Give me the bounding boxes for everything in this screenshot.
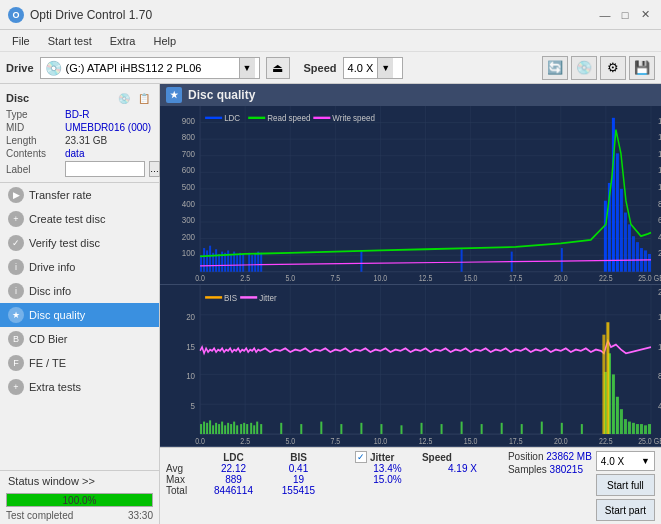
sidebar-item-disc-quality[interactable]: ★ Disc quality bbox=[0, 303, 159, 327]
svg-rect-131 bbox=[203, 421, 205, 433]
start-part-button[interactable]: Start part bbox=[596, 499, 655, 521]
disc-button[interactable]: 💿 bbox=[571, 56, 597, 80]
disc-mid-label: MID bbox=[6, 122, 61, 133]
position-samples: Position 23862 MB Samples 380215 bbox=[508, 451, 592, 475]
lower-chart-svg: 20 15 10 5 20% 16% 12% 8% 4% 0.0 2.5 5.0… bbox=[160, 285, 661, 446]
sidebar-item-label-fe-te: FE / TE bbox=[29, 357, 66, 369]
svg-rect-136 bbox=[218, 424, 220, 434]
svg-rect-144 bbox=[243, 422, 245, 433]
disc-panel-title: Disc bbox=[6, 92, 29, 104]
svg-text:Write speed: Write speed bbox=[332, 113, 375, 124]
svg-text:20.0: 20.0 bbox=[554, 436, 568, 446]
start-full-button[interactable]: Start full bbox=[596, 474, 655, 496]
status-text: Test completed bbox=[6, 510, 73, 521]
svg-rect-146 bbox=[250, 422, 252, 433]
maximize-button[interactable]: □ bbox=[617, 7, 633, 23]
sidebar-item-transfer-rate[interactable]: ▶ Transfer rate bbox=[0, 183, 159, 207]
menu-bar: File Start test Extra Help bbox=[0, 30, 661, 52]
svg-rect-153 bbox=[340, 424, 342, 434]
speed-selector[interactable]: 4.0 X ▼ bbox=[343, 57, 403, 79]
svg-text:10: 10 bbox=[186, 370, 195, 381]
svg-rect-149 bbox=[260, 424, 262, 434]
transfer-rate-icon: ▶ bbox=[8, 187, 24, 203]
disc-label-input[interactable] bbox=[65, 161, 145, 177]
svg-text:500: 500 bbox=[182, 181, 195, 192]
drive-label: Drive bbox=[6, 62, 34, 74]
disc-info-icon: i bbox=[8, 283, 24, 299]
menu-extra[interactable]: Extra bbox=[102, 33, 144, 49]
svg-text:22.5: 22.5 bbox=[599, 274, 613, 284]
speed-selector-stats[interactable]: 4.0 X ▼ bbox=[596, 451, 655, 471]
svg-rect-141 bbox=[233, 421, 235, 433]
svg-text:0.0: 0.0 bbox=[195, 274, 205, 284]
sidebar-item-label-drive-info: Drive info bbox=[29, 261, 75, 273]
position-value: 23862 MB bbox=[546, 451, 592, 462]
disc-icon-btn-2[interactable]: 📋 bbox=[135, 90, 153, 106]
close-button[interactable]: ✕ bbox=[637, 7, 653, 23]
sidebar-item-drive-info[interactable]: i Drive info bbox=[0, 255, 159, 279]
max-bis: 19 bbox=[266, 474, 331, 485]
status-window-button[interactable]: Status window >> bbox=[0, 471, 159, 491]
speed-selector-value: 4.0 X bbox=[601, 456, 624, 467]
sidebar-item-extra-tests[interactable]: + Extra tests bbox=[0, 375, 159, 399]
svg-text:22.5: 22.5 bbox=[599, 436, 613, 446]
svg-text:15.0: 15.0 bbox=[464, 436, 478, 446]
sidebar-item-create-test-disc[interactable]: + Create test disc bbox=[0, 207, 159, 231]
menu-file[interactable]: File bbox=[4, 33, 38, 49]
svg-text:LDC: LDC bbox=[224, 113, 240, 124]
jitter-checkbox[interactable]: ✓ bbox=[355, 451, 367, 463]
svg-text:600: 600 bbox=[182, 165, 195, 176]
speed-selector-arrow[interactable]: ▼ bbox=[641, 456, 650, 466]
svg-rect-139 bbox=[227, 422, 229, 433]
svg-rect-54 bbox=[209, 246, 211, 272]
settings-button[interactable]: ⚙ bbox=[600, 56, 626, 80]
svg-rect-81 bbox=[628, 224, 631, 271]
svg-text:200: 200 bbox=[182, 231, 195, 242]
svg-rect-145 bbox=[246, 424, 248, 434]
disc-length-value: 23.31 GB bbox=[65, 135, 107, 146]
svg-text:900: 900 bbox=[182, 115, 195, 126]
sidebar-item-label-disc-info: Disc info bbox=[29, 285, 71, 297]
speed-dropdown-arrow[interactable]: ▼ bbox=[377, 58, 393, 78]
upper-chart-svg: 900 800 700 600 500 400 300 200 100 18X … bbox=[160, 106, 661, 284]
save-button[interactable]: 💾 bbox=[629, 56, 655, 80]
sidebar-item-label-cd-bier: CD Bier bbox=[29, 333, 68, 345]
disc-length-row: Length 23.31 GB bbox=[0, 134, 159, 147]
svg-rect-56 bbox=[215, 249, 217, 271]
svg-rect-154 bbox=[360, 422, 362, 433]
menu-start-test[interactable]: Start test bbox=[40, 33, 100, 49]
svg-rect-70 bbox=[260, 253, 262, 272]
disc-type-value: BD-R bbox=[65, 109, 89, 120]
sidebar-item-disc-info[interactable]: i Disc info bbox=[0, 279, 159, 303]
svg-rect-51 bbox=[200, 255, 202, 272]
create-test-disc-icon: + bbox=[8, 211, 24, 227]
disc-quality-header-icon: ★ bbox=[166, 87, 182, 103]
disc-type-label: Type bbox=[6, 109, 61, 120]
sidebar-item-fe-te[interactable]: F FE / TE bbox=[0, 351, 159, 375]
svg-rect-148 bbox=[256, 421, 258, 433]
svg-rect-61 bbox=[230, 254, 232, 272]
disc-panel: Disc 💿 📋 Type BD-R MID UMEBDR016 (000) L… bbox=[0, 84, 159, 183]
status-window-label: Status window >> bbox=[8, 475, 95, 487]
eject-button[interactable]: ⏏ bbox=[266, 57, 290, 79]
svg-text:300: 300 bbox=[182, 215, 195, 226]
svg-text:100: 100 bbox=[182, 248, 195, 259]
title-bar-left: O Opti Drive Control 1.70 bbox=[8, 7, 152, 23]
speed-label: Speed bbox=[304, 62, 337, 74]
progress-text: 100.0% bbox=[7, 494, 152, 508]
sidebar-item-cd-bier[interactable]: B CD Bier bbox=[0, 327, 159, 351]
status-text-row: Test completed 33:30 bbox=[0, 509, 159, 524]
svg-rect-140 bbox=[230, 424, 232, 434]
sidebar-item-verify-test-disc[interactable]: ✓ Verify test disc bbox=[0, 231, 159, 255]
refresh-button[interactable]: 🔄 bbox=[542, 56, 568, 80]
disc-label-browse[interactable]: … bbox=[149, 161, 160, 177]
svg-rect-158 bbox=[441, 424, 443, 434]
disc-icon-btn-1[interactable]: 💿 bbox=[115, 90, 133, 106]
max-jitter: 15.0% bbox=[355, 474, 420, 485]
menu-help[interactable]: Help bbox=[145, 33, 184, 49]
svg-rect-68 bbox=[254, 254, 256, 272]
drive-dropdown-arrow[interactable]: ▼ bbox=[239, 58, 255, 78]
svg-text:17.5: 17.5 bbox=[509, 436, 523, 446]
minimize-button[interactable]: — bbox=[597, 7, 613, 23]
drive-selector[interactable]: 💿 (G:) ATAPI iHBS112 2 PL06 ▼ bbox=[40, 57, 260, 79]
